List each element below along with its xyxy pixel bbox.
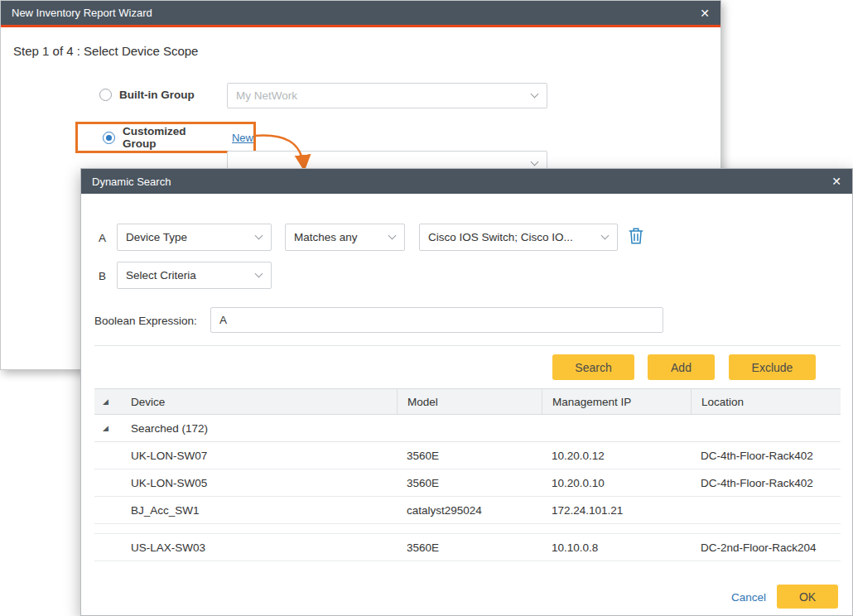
column-header-device[interactable]: Device	[121, 389, 397, 414]
cell-location: DC-4th-Floor-Rack402	[691, 469, 841, 496]
cell-device: UK-LON-SW05	[121, 469, 397, 496]
wizard-titlebar: New Inventory Report Wizard ✕	[1, 1, 720, 27]
wizard-title: New Inventory Report Wizard	[12, 7, 152, 19]
cell-ip: 172.24.101.21	[542, 497, 691, 523]
cell-location: DC-4th-Floor-Rack402	[691, 442, 841, 469]
dynamic-search-title: Dynamic Search	[92, 176, 171, 188]
cell-model: catalyst295024	[397, 497, 542, 523]
wizard-close-icon[interactable]: ✕	[700, 7, 710, 19]
search-button[interactable]: Search	[552, 354, 634, 380]
cell-location	[691, 497, 841, 523]
builtin-group-select-value: My NetWork	[236, 89, 297, 102]
table-row[interactable]: UK-LON-SW07 3560E 10.20.0.12 DC-4th-Floo…	[94, 442, 841, 469]
results-table: ◢ Device Model Management IP Location ◢ …	[94, 388, 841, 561]
table-row[interactable]: BJ_Acc_SW1 catalyst295024 172.24.101.21	[94, 497, 841, 524]
criteria-type-value-b: Select Criteria	[126, 269, 196, 282]
builtin-group-radio[interactable]	[99, 89, 112, 101]
ok-button[interactable]: OK	[777, 585, 838, 609]
operator-select-a[interactable]: Matches any	[285, 224, 405, 251]
customized-group-radio[interactable]	[103, 132, 115, 144]
chevron-down-icon	[388, 231, 397, 239]
builtin-group-select[interactable]: My NetWork	[227, 83, 547, 108]
chevron-down-icon	[531, 157, 539, 166]
delete-row-icon[interactable]	[628, 227, 644, 248]
value-select-a[interactable]: Cisco IOS Switch; Cisco IO...	[419, 224, 618, 251]
cell-ip: 10.20.0.10	[542, 469, 691, 496]
cell-ip: 10.20.0.12	[542, 442, 691, 469]
collapse-all-icon[interactable]: ◢	[103, 398, 108, 406]
customized-group-label: Customized Group	[123, 125, 216, 150]
step-title: Step 1 of 4 : Select Device Scope	[13, 44, 198, 58]
row-a-label: A	[99, 232, 106, 244]
table-row[interactable]: UK-LON-SW05 3560E 10.20.0.10 DC-4th-Floo…	[94, 469, 841, 497]
cell-device: UK-LON-SW07	[121, 442, 397, 469]
criteria-type-value-a: Device Type	[126, 231, 187, 243]
add-button[interactable]: Add	[648, 354, 715, 380]
dynamic-search-close-icon[interactable]: ✕	[831, 176, 841, 187]
cell-model: 3560E	[397, 534, 542, 561]
cell-device: BJ_Acc_SW1	[121, 497, 397, 523]
dynamic-search-dialog: Dynamic Search ✕ A Device Type Matches a…	[80, 168, 853, 616]
chevron-down-icon	[601, 231, 610, 239]
collapse-group-icon[interactable]: ◢	[103, 425, 108, 432]
column-header-location[interactable]: Location	[691, 389, 841, 414]
chevron-down-icon	[255, 269, 263, 277]
chevron-down-icon	[531, 89, 539, 98]
criteria-type-select-a[interactable]: Device Type	[117, 224, 272, 251]
column-header-management-ip[interactable]: Management IP	[542, 389, 691, 414]
chevron-down-icon	[255, 231, 263, 239]
cell-model: 3560E	[397, 469, 542, 496]
cell-device: US-LAX-SW03	[121, 534, 397, 561]
cell-model: 3560E	[397, 442, 542, 469]
table-header-row: ◢ Device Model Management IP Location	[94, 388, 841, 415]
cancel-link[interactable]: Cancel	[731, 591, 766, 604]
dynamic-search-titlebar: Dynamic Search ✕	[81, 169, 852, 194]
builtin-group-label: Built-in Group	[119, 89, 195, 101]
cell-location: DC-2nd-Floor-Rack204	[691, 534, 841, 561]
operator-value-a: Matches any	[294, 231, 358, 243]
value-a: Cisco IOS Switch; Cisco IO...	[428, 231, 573, 243]
boolean-expression-label: Boolean Expression:	[94, 315, 197, 327]
builtin-group-option[interactable]: Built-in Group	[99, 89, 195, 101]
exclude-button[interactable]: Exclude	[729, 354, 816, 380]
cell-ip: 10.10.0.8	[542, 534, 691, 561]
group-row-searched[interactable]: ◢ Searched (172)	[94, 415, 841, 442]
criteria-type-select-b[interactable]: Select Criteria	[117, 262, 272, 289]
table-row-partial	[94, 524, 841, 534]
boolean-expression-input[interactable]	[210, 307, 663, 333]
table-row[interactable]: US-LAX-SW03 3560E 10.10.0.8 DC-2nd-Floor…	[94, 534, 841, 561]
group-label: Searched (172)	[121, 415, 397, 441]
row-b-label: B	[99, 270, 106, 282]
divider	[94, 345, 841, 346]
column-header-model[interactable]: Model	[397, 389, 542, 414]
customized-group-highlight: Customized Group New	[75, 122, 256, 153]
